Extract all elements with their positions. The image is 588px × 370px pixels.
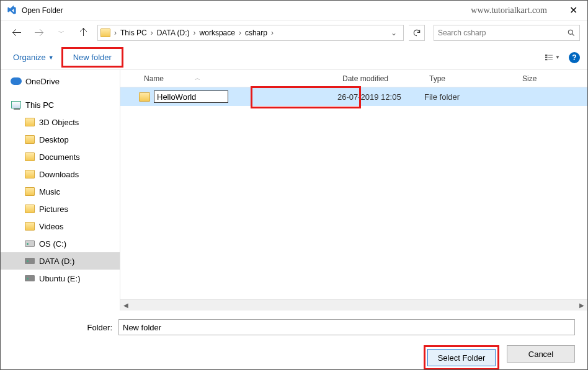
svg-rect-5 [548,55,553,55]
folder-name-input[interactable] [118,319,575,335]
sidebar-item-onedrive[interactable]: OneDrive [1,73,120,90]
folder-icon [100,29,110,37]
folder-icon [25,205,35,213]
breadcrumb-item[interactable]: DATA (D:) [154,29,192,37]
window-title: Open Folder [22,6,63,15]
drive-icon [25,275,35,281]
chevron-right-icon: › [149,29,154,37]
rename-input[interactable] [154,90,228,103]
onedrive-icon [11,77,22,85]
cell-date: 26-07-2019 12:05 [337,92,424,102]
search-input[interactable] [438,29,567,37]
highlight-box: Select Folder [424,345,499,370]
folder-icon [25,222,35,231]
breadcrumb-item[interactable]: workspace [197,29,238,37]
recent-dropdown[interactable]: ﹀ [53,24,70,42]
chevron-right-icon: › [238,29,243,37]
sidebar-item-ubuntu-e[interactable]: Ubuntu (E:) [1,270,120,287]
folder-icon [25,152,35,161]
scroll-left-icon[interactable]: ◀ [120,302,131,309]
col-type[interactable]: Type [424,74,517,83]
sidebar-item-desktop[interactable]: Desktop [1,131,120,148]
svg-line-1 [572,34,574,36]
folder-label: Folder: [13,323,112,332]
chevron-right-icon: › [270,29,275,37]
sidebar-item-pictures[interactable]: Pictures [1,200,120,218]
breadcrumb-item[interactable]: This PC [118,29,149,37]
sidebar-item-music[interactable]: Music [1,183,120,200]
vscode-icon [7,6,17,15]
watermark-url: www.tutorialkart.com [471,6,547,15]
view-options-button[interactable]: ▼ [545,52,560,63]
sidebar: OneDrive This PC 3D Objects Desktop Docu… [1,70,120,311]
chevron-right-icon: › [192,29,197,37]
sidebar-item-data-d[interactable]: DATA (D:) [1,252,120,270]
sidebar-item-documents[interactable]: Documents [1,148,120,165]
svg-point-0 [568,30,572,34]
search-box[interactable] [434,25,580,41]
highlight-box: New folder [61,47,123,68]
organize-menu[interactable]: Organize▼ [8,50,59,64]
svg-rect-7 [548,59,553,59]
new-folder-button[interactable]: New folder [69,50,115,64]
folder-icon [25,135,35,144]
svg-rect-6 [548,57,553,58]
drive-icon [25,258,35,264]
refresh-button[interactable] [409,25,425,41]
cell-type: File folder [424,92,517,102]
col-date[interactable]: Date modified [337,74,424,83]
sidebar-item-downloads[interactable]: Downloads [1,165,120,183]
path-dropdown[interactable]: ⌄ [387,29,401,37]
folder-icon [139,92,150,102]
sidebar-item-thispc[interactable]: This PC [1,96,120,113]
sidebar-item-videos[interactable]: Videos [1,218,120,235]
folder-icon [25,187,35,196]
svg-rect-4 [545,59,548,60]
sidebar-item-3dobjects[interactable]: 3D Objects [1,113,120,131]
back-button[interactable]: 🡠 [8,24,25,42]
chevron-right-icon: › [113,29,118,37]
search-icon[interactable] [567,29,576,37]
pc-icon [11,101,21,108]
breadcrumb[interactable]: › This PC › DATA (D:) › workspace › csha… [97,25,404,41]
up-button[interactable]: 🡡 [75,24,92,42]
svg-rect-3 [545,56,548,58]
column-headers: Name︿ Date modified Type Size [120,70,587,87]
cancel-button[interactable]: Cancel [507,345,575,363]
horizontal-scrollbar[interactable]: ◀ ▶ [120,299,587,311]
folder-icon [25,170,35,178]
file-row[interactable]: 26-07-2019 12:05 File folder [120,87,587,106]
folder-icon [25,118,35,126]
col-name[interactable]: Name︿ [139,74,337,83]
file-list: Name︿ Date modified Type Size 26-07-2019… [120,70,587,311]
select-folder-button[interactable]: Select Folder [427,349,496,366]
forward-button[interactable]: 🡢 [30,24,48,42]
scroll-right-icon[interactable]: ▶ [576,302,587,309]
close-button[interactable]: ✕ [566,4,581,16]
breadcrumb-item[interactable]: csharp [243,29,270,37]
sidebar-item-osc[interactable]: OS (C:) [1,235,120,252]
svg-rect-2 [545,55,548,56]
col-size[interactable]: Size [517,74,567,83]
help-button[interactable]: ? [569,52,580,63]
sort-indicator-icon: ︿ [195,74,200,82]
drive-icon [25,240,35,247]
